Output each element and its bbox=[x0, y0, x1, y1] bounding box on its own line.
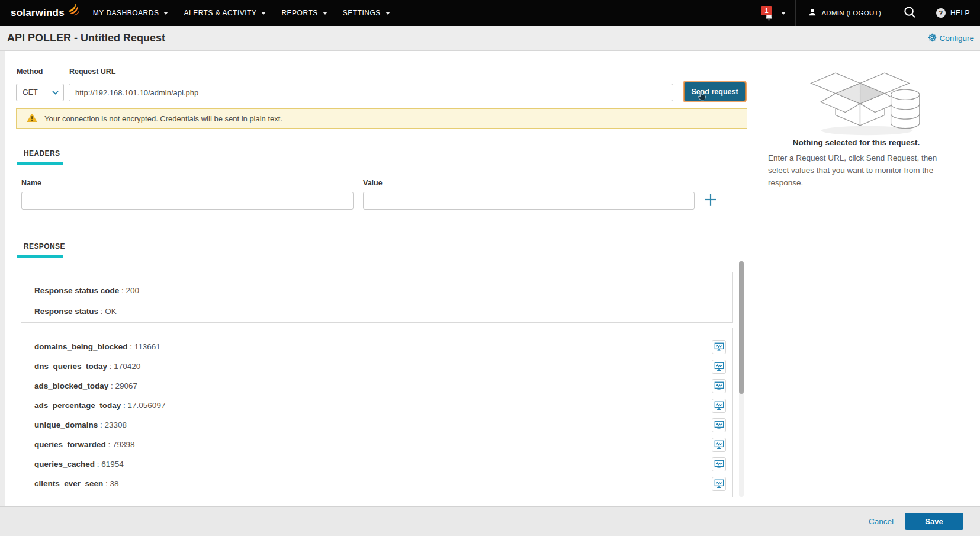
nav-menu-item-label: SETTINGS bbox=[343, 9, 381, 17]
help-icon: ? bbox=[936, 8, 946, 18]
chevron-down-icon bbox=[52, 91, 59, 95]
page-header: API POLLER - Untitled Request Configure bbox=[0, 26, 980, 51]
monitor-value-button[interactable] bbox=[712, 418, 726, 432]
field-text: ads_blocked_today : 29067 bbox=[34, 381, 137, 390]
warning-icon bbox=[27, 113, 37, 124]
nav-menu-item[interactable]: MY DASHBOARDS bbox=[85, 0, 176, 26]
solarwinds-flame-icon bbox=[66, 2, 81, 19]
method-select[interactable]: GET bbox=[16, 84, 64, 101]
sidebar-message: Nothing selected for this request. Enter… bbox=[767, 138, 946, 189]
field-text: queries_forwarded : 79398 bbox=[34, 440, 135, 449]
monitor-chart-icon bbox=[714, 479, 724, 489]
nav-menu-item[interactable]: ALERTS & ACTIVITY bbox=[176, 0, 274, 26]
monitor-chart-icon bbox=[714, 342, 724, 352]
chevron-down-icon bbox=[781, 12, 786, 15]
nav-menu-item[interactable]: SETTINGS bbox=[335, 0, 398, 26]
chevron-down-icon bbox=[261, 12, 266, 15]
brand-text: solarwinds bbox=[11, 7, 65, 19]
request-url-label: Request URL bbox=[69, 68, 115, 76]
bell-icon: 1 bbox=[763, 7, 775, 23]
monitor-value-button[interactable] bbox=[712, 477, 726, 491]
notification-badge: 1 bbox=[761, 6, 772, 15]
plus-icon bbox=[703, 192, 718, 207]
monitor-chart-icon bbox=[714, 381, 724, 391]
field-text: domains_being_blocked : 113661 bbox=[34, 342, 160, 351]
monitor-chart-icon bbox=[714, 401, 724, 410]
search-icon bbox=[903, 5, 917, 21]
save-button[interactable]: Save bbox=[905, 513, 963, 530]
response-field-row: clients_ever_seen : 38 bbox=[21, 474, 732, 493]
response-status-line: Response status : OK bbox=[34, 301, 732, 322]
monitor-value-button[interactable] bbox=[712, 379, 726, 393]
response-field-row: ads_blocked_today : 29067 bbox=[21, 376, 732, 396]
monitor-value-button[interactable] bbox=[712, 360, 726, 374]
chevron-down-icon bbox=[163, 12, 168, 15]
divider bbox=[17, 165, 747, 165]
sidebar-body-text: Enter a Request URL, click Send Request,… bbox=[768, 152, 946, 189]
response-status-code-line: Response status code : 200 bbox=[34, 280, 732, 301]
response-field-row: queries_forwarded : 79398 bbox=[21, 435, 732, 454]
monitor-chart-icon bbox=[714, 460, 724, 469]
scrollbar-thumb[interactable] bbox=[739, 261, 744, 394]
main-menu: MY DASHBOARDS ALERTS & ACTIVITY REPORTS … bbox=[85, 0, 398, 26]
monitor-chart-icon bbox=[714, 362, 724, 371]
account-menu[interactable]: ADMIN (LOGOUT) bbox=[795, 0, 894, 26]
field-text: ads_percentage_today : 17.056097 bbox=[34, 401, 165, 410]
person-icon bbox=[808, 8, 817, 18]
send-request-button[interactable]: Send request bbox=[684, 82, 746, 101]
monitor-value-button[interactable] bbox=[712, 399, 726, 413]
header-name-label: Name bbox=[21, 179, 41, 187]
app: solarwinds MY DASHBOARDS ALERTS & ACTIVI… bbox=[0, 0, 980, 536]
method-select-value: GET bbox=[23, 88, 38, 97]
response-field-row: queries_cached : 61954 bbox=[21, 454, 732, 474]
top-nav: solarwinds MY DASHBOARDS ALERTS & ACTIVI… bbox=[0, 0, 980, 26]
tab-response[interactable]: RESPONSE bbox=[24, 242, 65, 251]
gear-icon bbox=[928, 33, 937, 44]
page-title: API POLLER - Untitled Request bbox=[7, 32, 165, 44]
field-text: queries_cached : 61954 bbox=[34, 460, 124, 468]
nav-menu-item-label: MY DASHBOARDS bbox=[93, 9, 159, 17]
response-fields-box: domains_being_blocked : 113661 dn bbox=[21, 328, 733, 497]
account-label: ADMIN (LOGOUT) bbox=[821, 9, 881, 17]
response-field-row: unique_domains : 23308 bbox=[21, 415, 732, 435]
brand-logo[interactable]: solarwinds bbox=[0, 7, 81, 19]
warning-banner: Your connection is not encrypted. Creden… bbox=[16, 108, 747, 129]
response-status-box: Response status code : 200 Response stat… bbox=[21, 272, 733, 323]
nav-menu-item[interactable]: REPORTS bbox=[274, 0, 335, 26]
cancel-button[interactable]: Cancel bbox=[869, 517, 894, 526]
tab-headers[interactable]: HEADERS bbox=[24, 149, 60, 158]
monitor-chart-icon bbox=[714, 440, 724, 450]
scrollbar-track[interactable] bbox=[739, 261, 744, 497]
monitor-chart-icon bbox=[714, 421, 724, 430]
add-header-button[interactable] bbox=[703, 192, 718, 207]
header-value-label: Value bbox=[363, 179, 383, 187]
footer-bar: Cancel Save bbox=[0, 506, 980, 536]
database-icon bbox=[891, 89, 920, 129]
warning-text: Your connection is not encrypted. Creden… bbox=[44, 114, 282, 123]
chevron-down-icon bbox=[385, 12, 390, 15]
nav-menu-item-label: ALERTS & ACTIVITY bbox=[184, 9, 256, 17]
request-url-input[interactable] bbox=[69, 84, 673, 101]
configure-link[interactable]: Configure bbox=[928, 33, 974, 44]
monitor-value-button[interactable] bbox=[712, 438, 726, 452]
method-label: Method bbox=[17, 68, 43, 76]
nav-menu-item-label: REPORTS bbox=[281, 9, 317, 17]
chevron-down-icon bbox=[323, 12, 327, 15]
help-label: HELP bbox=[950, 9, 970, 17]
response-field-row: ads_percentage_today : 17.056097 bbox=[21, 396, 732, 415]
notifications-button[interactable]: 1 bbox=[751, 0, 795, 26]
response-field-row: domains_being_blocked : 113661 bbox=[21, 337, 732, 357]
divider bbox=[17, 258, 747, 258]
header-value-input[interactable] bbox=[363, 192, 695, 210]
header-name-input[interactable] bbox=[21, 192, 354, 210]
sidebar-heading: Nothing selected for this request. bbox=[767, 138, 946, 147]
response-field-row: dns_queries_today : 170420 bbox=[21, 357, 732, 376]
help-button[interactable]: ? HELP bbox=[926, 0, 980, 26]
open-box-illustration bbox=[808, 58, 929, 140]
search-button[interactable] bbox=[894, 0, 926, 26]
configure-label: Configure bbox=[939, 34, 974, 43]
monitor-sidebar: Nothing selected for this request. Enter… bbox=[757, 51, 980, 506]
monitor-value-button[interactable] bbox=[712, 457, 726, 471]
monitor-value-button[interactable] bbox=[712, 340, 726, 354]
field-text: clients_ever_seen : 38 bbox=[34, 479, 119, 488]
